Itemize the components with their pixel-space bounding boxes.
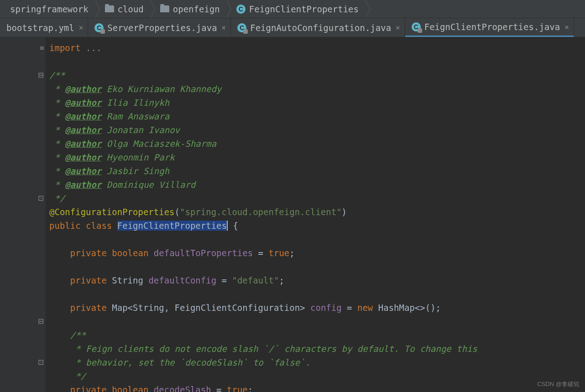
author-name: Jasbir Singh	[107, 166, 169, 176]
type-hashmap: HashMap<>()	[378, 303, 436, 313]
lock-icon	[418, 28, 422, 33]
keyword-private: private	[70, 303, 107, 313]
class-name-selected: FeignClientProperties	[117, 221, 227, 231]
author-tag: @author	[65, 152, 101, 162]
keyword-class: class	[86, 221, 112, 231]
class-icon: C	[94, 23, 104, 32]
code-area[interactable]: import ... /** * @author Eko Kurniawan K…	[46, 37, 585, 392]
semicolon: ;	[248, 385, 253, 392]
tab-label: ServerProperties.java	[107, 23, 217, 33]
ellipsis: ...	[86, 43, 101, 53]
author-tag: @author	[65, 98, 101, 108]
keyword-private: private	[70, 248, 107, 258]
breadcrumb: springframework cloud openfeign C FeignC…	[0, 0, 585, 18]
gutter[interactable]: ⊞ ⊟ ⊡ ⊟ ⊡	[0, 37, 46, 392]
field-name: decodeSlash	[154, 385, 211, 392]
literal: true	[269, 248, 290, 258]
keyword-boolean: boolean	[112, 248, 148, 258]
keyword-new: new	[357, 303, 373, 313]
semicolon: ;	[436, 303, 441, 313]
javadoc-star: *	[49, 180, 65, 190]
lock-icon	[100, 29, 105, 34]
author-name: Ilia Ilinykh	[107, 98, 169, 108]
eq: =	[253, 248, 268, 258]
tab-feignclientprops[interactable]: C FeignClientProperties.java ×	[405, 18, 574, 37]
author-name: Ram Anaswara	[107, 111, 169, 121]
semicolon: ;	[289, 248, 294, 258]
keyword-private: private	[70, 385, 107, 392]
folder-icon	[105, 5, 114, 12]
string-literal: "default"	[232, 275, 279, 285]
brace: {	[228, 221, 238, 231]
javadoc-line: * behavior, set the `decodeSlash` to `fa…	[70, 357, 310, 367]
javadoc-star: *	[49, 125, 65, 135]
tab-label: FeignClientProperties.java	[424, 22, 560, 32]
tab-label: FeignAutoConfiguration.java	[250, 23, 391, 33]
author-name: Olga Maciaszek-Sharma	[107, 139, 216, 149]
keyword-public: public	[49, 221, 81, 231]
editor: ⊞ ⊟ ⊡ ⊟ ⊡ import ... /** * @author Eko K…	[0, 37, 585, 392]
semicolon: ;	[279, 275, 284, 285]
breadcrumb-item-springframework[interactable]: springframework	[0, 0, 95, 18]
fold-icon[interactable]: ⊟	[38, 68, 44, 82]
field-name: defaultConfig	[148, 275, 216, 285]
type-string: String	[112, 275, 143, 285]
author-tag: @author	[65, 111, 101, 121]
javadoc-star: *	[49, 166, 65, 176]
type-map: Map<String, FeignClientConfiguration>	[112, 303, 305, 313]
tab-label: bootstrap.yml	[6, 23, 74, 33]
author-name: Hyeonmin Park	[107, 152, 175, 162]
editor-tabs: bootstrap.yml × C ServerProperties.java …	[0, 18, 585, 37]
author-tag: @author	[65, 139, 101, 149]
author-tag: @author	[65, 125, 101, 135]
eq: =	[216, 275, 232, 285]
javadoc-close: */	[49, 193, 65, 203]
javadoc-star: *	[49, 152, 65, 162]
breadcrumb-item-openfeign[interactable]: openfeign	[150, 0, 226, 18]
breadcrumb-item-cloud[interactable]: cloud	[95, 0, 150, 18]
tab-serverproperties[interactable]: C ServerProperties.java ×	[88, 18, 231, 37]
expand-icon[interactable]: ⊞	[40, 41, 44, 55]
keyword-boolean: boolean	[112, 385, 148, 392]
javadoc-star: *	[49, 111, 65, 121]
author-name: Eko Kurniawan Khannedy	[107, 84, 222, 94]
author-name: Dominique Villard	[107, 180, 195, 190]
field-name: config	[310, 303, 342, 313]
folder-icon	[160, 5, 169, 12]
keyword-private: private	[70, 275, 107, 285]
annotation-value: "spring.cloud.openfeign.client"	[180, 207, 342, 217]
eq: =	[211, 385, 227, 392]
fold-icon[interactable]: ⊡	[38, 356, 44, 369]
author-tag: @author	[65, 180, 101, 190]
author-name: Jonatan Ivanov	[107, 125, 180, 135]
close-icon[interactable]: ×	[396, 23, 400, 32]
javadoc-open: /**	[70, 330, 86, 340]
lock-icon	[243, 29, 248, 34]
eq: =	[342, 303, 357, 313]
author-tag: @author	[65, 166, 101, 176]
javadoc-close: */	[70, 371, 86, 381]
class-icon: C	[412, 22, 421, 31]
close-icon[interactable]: ×	[222, 23, 226, 32]
field-name: defaultToProperties	[154, 248, 253, 258]
breadcrumb-label: openfeign	[173, 4, 220, 14]
author-tag: @author	[65, 84, 101, 94]
fold-icon[interactable]: ⊡	[38, 191, 44, 205]
annotation: @ConfigurationProperties	[49, 207, 175, 217]
breadcrumb-label: cloud	[118, 4, 144, 14]
breadcrumb-label: springframework	[10, 4, 89, 14]
fold-icon[interactable]: ⊟	[38, 315, 44, 328]
javadoc-open: /**	[49, 70, 65, 80]
class-icon: C	[236, 5, 245, 14]
close-icon[interactable]: ×	[79, 23, 84, 32]
close-icon[interactable]: ×	[564, 23, 569, 31]
literal: true	[227, 385, 248, 392]
javadoc-star: *	[49, 84, 65, 94]
tab-feignautoconfig[interactable]: C FeignAutoConfiguration.java ×	[231, 18, 405, 37]
breadcrumb-item-class[interactable]: C FeignClientProperties	[226, 0, 365, 18]
tab-bootstrap[interactable]: bootstrap.yml ×	[0, 18, 88, 37]
keyword-import: import	[49, 43, 81, 53]
javadoc-line: * Feign clients do not encode slash `/` …	[70, 344, 477, 354]
watermark: CSDN @拿破轮	[537, 380, 580, 388]
breadcrumb-label: FeignClientProperties	[249, 4, 359, 14]
